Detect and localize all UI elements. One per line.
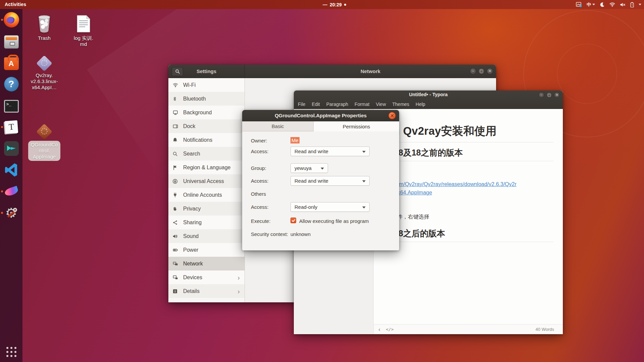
sidebar-item-network[interactable]: Network: [168, 257, 245, 270]
sidebar-item-online-accounts[interactable]: Online Accounts: [168, 188, 245, 202]
sidebar-item-devices[interactable]: Devices›: [168, 270, 245, 284]
owner-value: Me: [290, 137, 300, 143]
network-panel-header[interactable]: Network − ▢ ✕: [245, 65, 496, 78]
maximize-button[interactable]: ▢: [478, 68, 485, 74]
menu-file[interactable]: File: [298, 102, 306, 107]
sidebar-item-power[interactable]: Power: [168, 243, 245, 257]
typora-editor[interactable]: untu Qv2ray安装和使用 untu18及18之前的版本 /github.…: [374, 109, 563, 324]
group-dropdown[interactable]: yewuya: [290, 163, 328, 173]
dock-item-terminal[interactable]: >_: [0, 95, 22, 116]
source-code-mode-icon[interactable]: </>: [386, 327, 393, 332]
settings-tool-icon: ⚙: [4, 205, 19, 221]
clock-menu[interactable]: — 20:29: [323, 0, 346, 9]
menu-paragraph[interactable]: Paragraph: [326, 102, 348, 107]
dropdown-value: Read-only: [294, 204, 317, 210]
sidebar-item-universal-access[interactable]: Universal Access: [168, 174, 245, 188]
dock-item-typora[interactable]: T: [0, 116, 22, 138]
power-icon: [172, 247, 180, 253]
checkmark-icon: [291, 219, 296, 223]
desktop-icon-log-md[interactable]: log 实训. md: [67, 15, 100, 47]
sidebar-item-details[interactable]: Details›: [168, 284, 245, 298]
sidebar-item-label: Wi-Fi: [183, 82, 196, 88]
menu-view[interactable]: View: [376, 102, 386, 107]
sidebar-item-label: Bluetooth: [183, 96, 206, 102]
sidebar-item-wi-fi[interactable]: Wi-Fi: [168, 78, 245, 92]
sidebar-toggle-icon[interactable]: ‹: [378, 326, 381, 333]
sidebar-item-dock[interactable]: Dock: [168, 119, 245, 133]
doc-download-link[interactable]: /github.com/Qv2ray/Qv2ray/releases/downl…: [376, 180, 559, 197]
sidebar-item-label: Sharing: [183, 220, 202, 226]
close-button[interactable]: ✕: [388, 112, 396, 119]
desktop-icon-qgroundcontrol[interactable]: QGroundCo ntrol. AppImage: [28, 123, 60, 161]
dock-item-ubuntu-software[interactable]: A: [0, 52, 22, 73]
dialog-title: QGroundControl.AppImage Properties: [275, 113, 367, 118]
chevron-down-icon: [321, 168, 324, 170]
tab-permissions[interactable]: Permissions: [314, 121, 399, 131]
help-icon: ?: [4, 77, 19, 92]
sidebar-item-sound[interactable]: Sound: [168, 229, 245, 243]
sidebar-item-label: Network: [183, 261, 203, 267]
menu-format[interactable]: Format: [355, 102, 369, 107]
running-indicator: [1, 212, 3, 214]
desktop-icon-label: log 实训. md: [67, 35, 100, 47]
dock-item-vscode[interactable]: [0, 159, 22, 181]
execute-checkbox-label[interactable]: Allow executing file as program: [299, 218, 369, 224]
group-access-dropdown[interactable]: Read and write: [290, 176, 370, 186]
owner-access-dropdown[interactable]: Read and write: [290, 146, 370, 156]
dock-item-remmina[interactable]: [0, 138, 22, 159]
sidebar-item-region-language[interactable]: Region & Language: [168, 161, 245, 174]
tab-basic[interactable]: Basic: [242, 121, 314, 131]
sidebar-item-label: Universal Access: [183, 178, 224, 184]
others-section-label: Others: [251, 191, 266, 197]
dock-item-flameshot[interactable]: [0, 181, 22, 202]
sidebar-item-label: Region & Language: [183, 165, 230, 171]
typora-menubar: FileEditParagraphFormatViewThemesHelp: [298, 102, 425, 107]
wifi-icon: [609, 2, 615, 7]
minimize-button[interactable]: −: [470, 68, 476, 74]
dock-item-settings-tool[interactable]: ⚙: [0, 202, 22, 224]
dock-item-files[interactable]: [0, 31, 22, 52]
sidebar-item-search[interactable]: Search: [168, 147, 245, 161]
dock-item-firefox[interactable]: [0, 9, 22, 31]
battery-icon: [630, 2, 634, 7]
menu-themes[interactable]: Themes: [392, 102, 410, 107]
dock-item-help[interactable]: ?: [0, 73, 22, 95]
execute-checkbox[interactable]: [290, 218, 296, 223]
settings-title: Settings: [168, 65, 245, 78]
sidebar-item-notifications[interactable]: Notifications: [168, 133, 245, 147]
maximize-button[interactable]: ▢: [546, 92, 552, 98]
owner-access-label: Access:: [251, 148, 269, 154]
sidebar-item-label: Details: [183, 288, 200, 294]
network-panel-title: Network: [245, 65, 496, 78]
screenshot-tray-icon[interactable]: [576, 2, 582, 7]
sidebar-item-label: Dock: [183, 123, 195, 129]
close-button[interactable]: ✕: [487, 68, 493, 74]
sidebar-item-background[interactable]: Background: [168, 106, 245, 119]
desktop-icon-trash[interactable]: Trash: [28, 14, 60, 41]
dialog-titlebar[interactable]: QGroundControl.AppImage Properties ✕: [242, 110, 399, 121]
running-indicator: [1, 19, 3, 21]
sidebar-item-label: Search: [183, 151, 200, 157]
dropdown-value: Read and write: [294, 178, 328, 184]
wallpaper-ring-small: [557, 44, 617, 104]
minimize-button[interactable]: −: [539, 92, 544, 98]
menu-edit[interactable]: Edit: [312, 102, 320, 107]
sidebar-item-privacy[interactable]: Privacy: [168, 202, 245, 216]
chevron-down-icon: [639, 4, 641, 5]
owner-selected-text: Me: [290, 137, 300, 143]
typora-titlebar[interactable]: Untitled• - Typora − ▢ ✕ FileEditParagra…: [294, 90, 563, 109]
sidebar-item-bluetooth[interactable]: Bluetooth: [168, 92, 245, 106]
show-applications-button[interactable]: [0, 344, 22, 360]
system-tray[interactable]: 中: [576, 0, 641, 9]
desktop-icon-qv2ray[interactable]: Qv2ray. v2.6.3.linux- x64.AppI…: [28, 55, 60, 90]
input-method-indicator[interactable]: 中: [587, 2, 595, 8]
trash-icon: [28, 14, 60, 34]
others-access-dropdown[interactable]: Read-only: [290, 202, 370, 212]
menu-help[interactable]: Help: [416, 102, 425, 107]
night-mode-icon: [600, 2, 605, 7]
sidebar-item-sharing[interactable]: Sharing: [168, 216, 245, 229]
close-button[interactable]: ✕: [554, 92, 560, 98]
appimage-diamond-icon: [36, 55, 52, 71]
activities-button[interactable]: Activities: [5, 0, 26, 9]
sidebar-item-label: Background: [183, 110, 212, 116]
